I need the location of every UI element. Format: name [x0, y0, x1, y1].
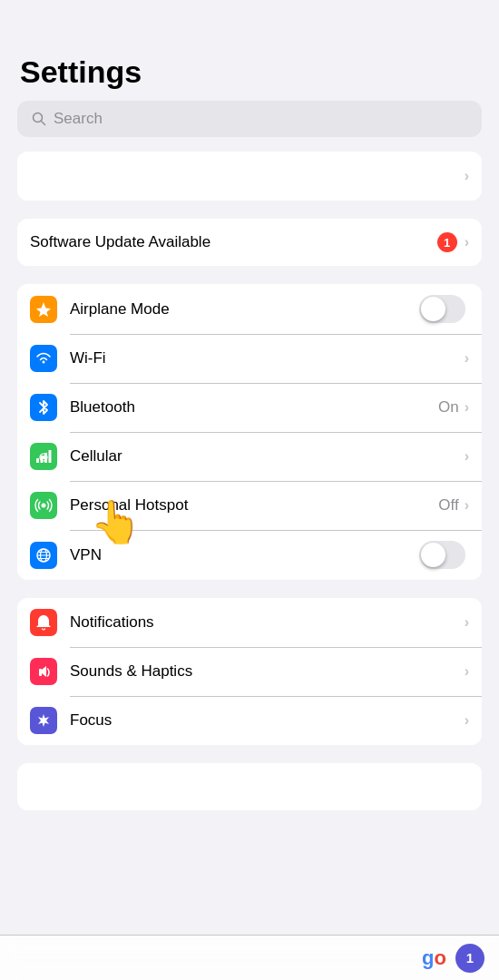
software-update-row[interactable]: Software Update Available 1 › — [17, 219, 482, 266]
page-title: Settings — [0, 0, 499, 101]
bluetooth-value: On — [438, 398, 459, 416]
airplane-mode-toggle[interactable] — [419, 295, 465, 323]
system-section: Notifications › Sounds & Haptics › Focus… — [17, 598, 482, 745]
cellular-chevron: › — [465, 448, 469, 465]
notifications-chevron: › — [465, 614, 469, 631]
cellular-icon — [30, 443, 57, 470]
go-letter-g: g — [422, 946, 434, 969]
wifi-row[interactable]: Wi-Fi › — [17, 334, 482, 383]
update-chevron: › — [465, 234, 469, 250]
bluetooth-row[interactable]: Bluetooth On › — [17, 383, 482, 432]
wifi-icon — [30, 345, 57, 372]
bottom-bar: go 1 — [0, 935, 499, 980]
software-update-label: Software Update Available — [30, 233, 437, 251]
svg-line-1 — [42, 122, 45, 125]
update-section: Software Update Available 1 › — [17, 219, 482, 266]
cellular-row[interactable]: Cellular › — [17, 432, 482, 481]
bluetooth-icon — [30, 394, 57, 421]
search-bar[interactable]: Search — [17, 101, 482, 137]
svg-rect-2 — [36, 458, 39, 463]
search-icon — [32, 112, 46, 126]
svg-point-7 — [42, 504, 46, 508]
apple-id-chevron: › — [465, 168, 469, 184]
bottom-hint-section — [17, 763, 482, 810]
bottom-badge: 1 — [455, 944, 484, 973]
svg-rect-5 — [49, 450, 52, 463]
airplane-mode-label: Airplane Mode — [70, 300, 419, 318]
sounds-haptics-label: Sounds & Haptics — [70, 662, 465, 681]
hotspot-icon — [30, 492, 57, 519]
apple-id-section: › — [17, 152, 482, 201]
bluetooth-label: Bluetooth — [70, 398, 438, 416]
personal-hotspot-row[interactable]: Personal Hotspot Off › 👆 — [17, 481, 482, 530]
personal-hotspot-label: Personal Hotspot — [70, 496, 438, 514]
wifi-chevron: › — [465, 350, 469, 367]
hotspot-chevron: › — [465, 497, 469, 514]
wifi-label: Wi-Fi — [70, 349, 465, 368]
vpn-icon — [30, 542, 57, 569]
go-text: go — [422, 946, 446, 970]
sounds-chevron: › — [465, 663, 469, 680]
sounds-icon — [30, 658, 57, 685]
focus-label: Focus — [70, 711, 465, 730]
update-badge: 1 — [437, 232, 457, 252]
svg-rect-13 — [39, 669, 42, 676]
airplane-mode-row[interactable]: Airplane Mode — [17, 284, 482, 334]
notifications-label: Notifications — [70, 613, 465, 632]
vpn-label: VPN — [70, 546, 419, 564]
apple-id-row[interactable]: › — [17, 152, 482, 201]
bottom-hint-row[interactable] — [17, 763, 482, 810]
airplane-mode-icon — [30, 296, 57, 323]
sounds-haptics-row[interactable]: Sounds & Haptics › — [17, 647, 482, 696]
search-bar-container: Search — [0, 101, 499, 152]
notifications-icon — [30, 609, 57, 636]
vpn-row[interactable]: VPN — [17, 530, 482, 580]
vpn-toggle[interactable] — [419, 541, 465, 569]
focus-icon — [30, 707, 57, 734]
bluetooth-chevron: › — [465, 399, 469, 416]
focus-chevron: › — [465, 712, 469, 729]
notifications-row[interactable]: Notifications › — [17, 598, 482, 647]
cellular-label: Cellular — [70, 447, 465, 466]
search-placeholder: Search — [54, 110, 103, 128]
hotspot-value: Off — [438, 496, 458, 514]
focus-row[interactable]: Focus › — [17, 696, 482, 745]
go-letter-o1: o — [435, 946, 446, 969]
connectivity-section: Airplane Mode Wi-Fi › Bluetooth On › — [17, 284, 482, 580]
